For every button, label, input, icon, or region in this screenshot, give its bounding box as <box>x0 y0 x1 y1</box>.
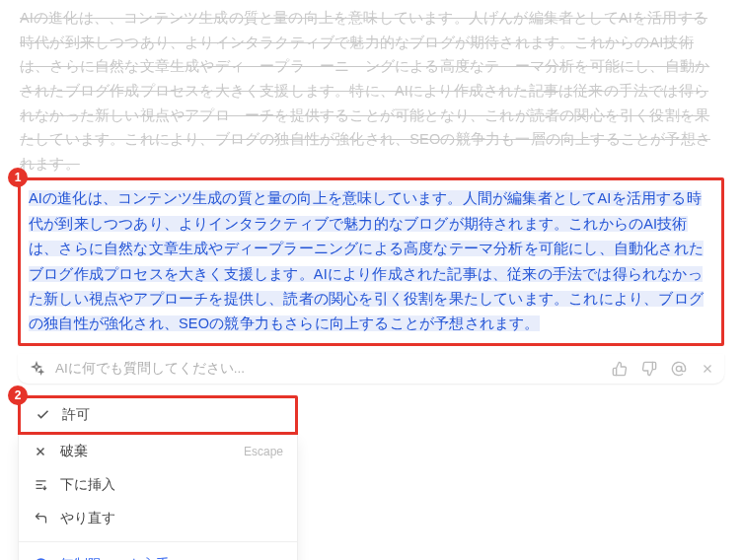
check-icon <box>35 407 50 423</box>
sparkle-icon <box>28 360 45 378</box>
menu-item-label: 許可 <box>62 406 90 424</box>
thumbs-up-icon[interactable] <box>612 361 628 377</box>
thumbs-down-icon[interactable] <box>641 361 657 377</box>
original-text: AIの進化は、、コンテンツ生成の質と量の向上を意味しています。人げんが編集者とし… <box>18 6 724 175</box>
menu-item-label: 無制限のAIを入手 <box>60 556 170 560</box>
menu-item-insert-below[interactable]: 下に挿入 <box>19 468 297 502</box>
callout-badge-2: 2 <box>8 385 28 405</box>
ai-input-row <box>18 354 724 384</box>
retry-icon <box>33 511 48 526</box>
menu-separator <box>19 541 297 542</box>
menu-item-label: やり直す <box>60 510 115 527</box>
menu-item-upgrade[interactable]: 無制限のAIを入手 <box>19 548 297 560</box>
ai-action-menu-highlighted: 許可 <box>18 395 298 435</box>
menu-item-label: 破棄 <box>60 443 88 460</box>
menu-item-accept[interactable]: 許可 <box>21 398 295 432</box>
menu-item-discard[interactable]: 破棄 Escape <box>19 435 297 468</box>
mention-icon[interactable] <box>671 361 687 377</box>
ai-suggestion-box: AIの進化は、コンテンツ生成の質と量の向上を意味しています。人間が編集者としてA… <box>18 177 724 345</box>
close-icon[interactable] <box>701 361 714 377</box>
ai-prompt-input[interactable] <box>55 361 602 376</box>
menu-item-retry[interactable]: やり直す <box>19 502 297 535</box>
ai-suggestion-text: AIの進化は、コンテンツ生成の質と量の向上を意味しています。人間が編集者としてA… <box>29 190 704 331</box>
x-icon <box>33 444 48 459</box>
ai-action-menu: 破棄 Escape 下に挿入 やり直す 無制限のAIを入手 <box>18 435 298 560</box>
insert-below-icon <box>33 477 48 493</box>
menu-item-label: 下に挿入 <box>60 476 115 494</box>
menu-shortcut: Escape <box>244 445 283 458</box>
svg-point-0 <box>676 366 681 371</box>
